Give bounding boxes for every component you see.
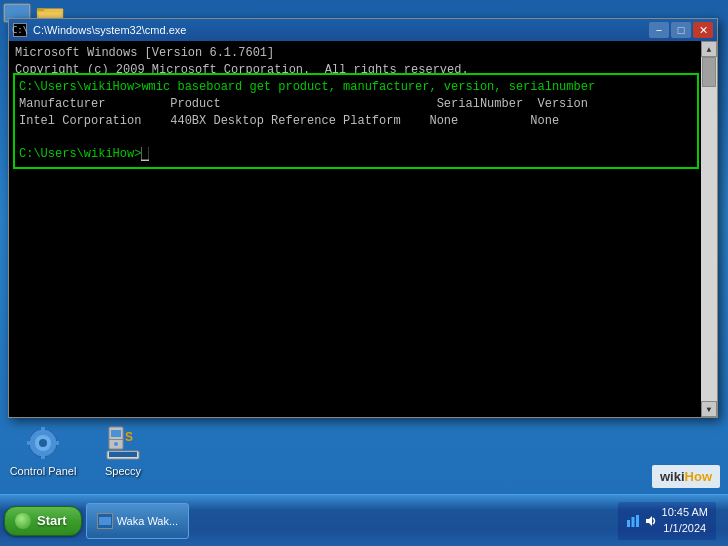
cmd-line-4: C:\Users\wikiHow>wmic baseboard get prod…: [19, 79, 693, 96]
taskbar-item-icon: [97, 513, 113, 529]
desktop-icon-speccy[interactable]: S Speccy: [88, 425, 158, 478]
speccy-icon: S: [105, 425, 141, 461]
desktop: C:\ C:\Windows\system32\cmd.exe − □ ✕ Mi…: [0, 0, 728, 546]
cmd-line-7: [19, 129, 693, 146]
svg-point-12: [39, 439, 47, 447]
cmd-title-left: C:\ C:\Windows\system32\cmd.exe: [13, 23, 186, 37]
cmd-line-5: Manufacturer Product SerialNumber Versio…: [19, 96, 693, 113]
svg-rect-11: [54, 441, 59, 445]
start-button[interactable]: Start: [4, 506, 82, 536]
cmd-highlight-box: C:\Users\wikiHow>wmic baseboard get prod…: [13, 73, 699, 169]
svg-point-15: [114, 442, 118, 446]
taskbar: Start Waka Wak...: [0, 494, 728, 546]
control-panel-label: Control Panel: [10, 465, 77, 478]
how-text: How: [685, 469, 712, 484]
svg-rect-21: [99, 517, 111, 525]
speccy-label: Speccy: [105, 465, 141, 478]
svg-rect-22: [627, 520, 630, 527]
svg-rect-16: [109, 439, 123, 440]
svg-rect-8: [41, 427, 45, 432]
scrollbar-thumb[interactable]: [702, 57, 716, 87]
taskbar-item-waka[interactable]: Waka Wak...: [86, 503, 190, 539]
taskbar-right: 10:45 AM 1/1/2024: [618, 502, 724, 540]
start-orb-icon: [15, 513, 31, 529]
cmd-line-6: Intel Corporation 440BX Desktop Referenc…: [19, 113, 693, 130]
svg-rect-10: [27, 441, 32, 445]
cmd-line-8: C:\Users\wikiHow>█: [19, 146, 693, 163]
cmd-controls[interactable]: − □ ✕: [649, 22, 713, 38]
taskbar-item-label: Waka Wak...: [117, 515, 179, 527]
svg-rect-9: [41, 454, 45, 459]
speaker-icon: [644, 514, 658, 528]
scrollbar-track[interactable]: [701, 57, 717, 401]
scroll-up-arrow[interactable]: ▲: [701, 41, 717, 57]
cmd-window: C:\ C:\Windows\system32\cmd.exe − □ ✕ Mi…: [8, 18, 718, 418]
scroll-down-arrow[interactable]: ▼: [701, 401, 717, 417]
svg-rect-14: [111, 430, 121, 437]
svg-rect-18: [109, 452, 137, 457]
clock-date: 1/1/2024: [662, 521, 708, 536]
desktop-icon-control-panel[interactable]: Control Panel: [8, 425, 78, 478]
close-button[interactable]: ✕: [693, 22, 713, 38]
system-tray: 10:45 AM 1/1/2024: [618, 502, 716, 540]
cmd-titlebar: C:\ C:\Windows\system32\cmd.exe − □ ✕: [9, 19, 717, 41]
cmd-scrollbar[interactable]: ▲ ▼: [701, 41, 717, 417]
svg-text:S: S: [125, 430, 133, 444]
minimize-button[interactable]: −: [649, 22, 669, 38]
svg-rect-23: [631, 517, 634, 527]
clock: 10:45 AM 1/1/2024: [662, 505, 708, 536]
desktop-icons-area: Control Panel S Speccy: [0, 417, 166, 486]
network-icon: [626, 514, 640, 528]
start-label: Start: [37, 513, 67, 528]
cmd-line-1: Microsoft Windows [Version 6.1.7601]: [15, 45, 711, 62]
cmd-title-text: C:\Windows\system32\cmd.exe: [33, 24, 186, 36]
clock-time: 10:45 AM: [662, 505, 708, 520]
maximize-button[interactable]: □: [671, 22, 691, 38]
taskbar-left: Start Waka Wak...: [4, 503, 189, 539]
control-panel-icon: [25, 425, 61, 461]
wiki-text: wiki: [660, 469, 685, 484]
svg-rect-24: [636, 515, 639, 527]
cmd-content: Microsoft Windows [Version 6.1.7601] Cop…: [9, 41, 717, 417]
cmd-window-icon: C:\: [13, 23, 27, 37]
wikihow-watermark: wikiHow: [652, 465, 720, 488]
